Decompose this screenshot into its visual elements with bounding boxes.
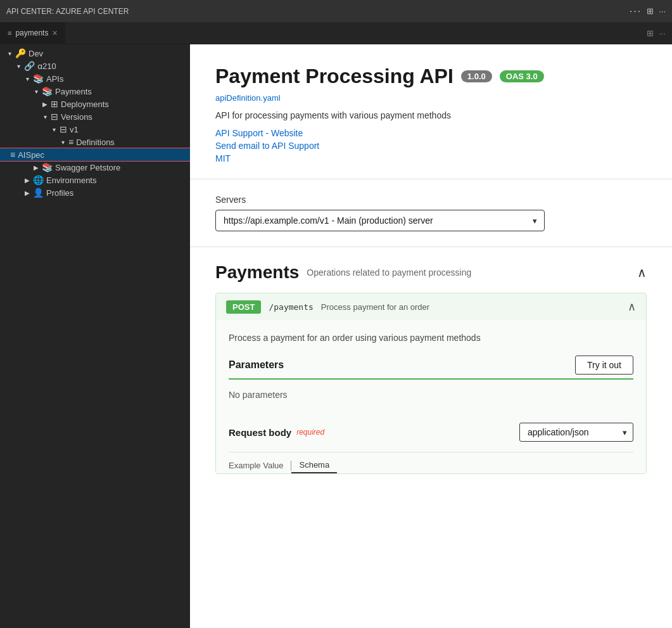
- sidebar-item-profiles[interactable]: ▶👤Profiles: [0, 186, 190, 199]
- chevron-icon: ▾: [49, 126, 58, 133]
- api-title-row: Payment Processing API 1.0.0 OAS 3.0: [215, 65, 647, 88]
- api-description: API for processing payments with various…: [215, 110, 647, 120]
- title-bar: API CENTER: AZURE API CENTER ··· ⊞ ···: [0, 0, 672, 22]
- sidebar-item-versions[interactable]: ▾⊟Versions: [0, 110, 190, 123]
- api-support-email-link[interactable]: Send email to API Support: [215, 141, 647, 151]
- api-support-website-link[interactable]: API Support - Website: [215, 128, 647, 138]
- tree-item-icon: 📚: [42, 86, 53, 96]
- tree-item-label: Environments: [46, 176, 96, 185]
- tree-item-label: AISpec: [18, 150, 44, 160]
- content-area: Payment Processing API 1.0.0 OAS 3.0 api…: [190, 44, 672, 628]
- example-value-tab[interactable]: Example Value: [229, 458, 291, 473]
- no-parameters-text: No parameters: [229, 390, 633, 400]
- more-options-icon[interactable]: ···: [659, 6, 666, 16]
- tab-payments[interactable]: ≡ payments ×: [0, 22, 66, 44]
- sidebar-item-dev[interactable]: ▾🔑Dev: [0, 47, 190, 60]
- tree-item-icon: 🌐: [33, 175, 44, 185]
- parameters-label: Parameters: [229, 359, 284, 371]
- schema-tab[interactable]: Schema: [291, 458, 337, 473]
- title-bar-left: API CENTER: AZURE API CENTER: [6, 7, 129, 16]
- tab-icon: ≡: [8, 29, 11, 37]
- license-link[interactable]: MIT: [215, 153, 231, 163]
- chevron-icon: ▶: [32, 164, 41, 171]
- content-type-select-wrapper: application/json: [519, 423, 633, 442]
- post-short-description: Process payment for an order: [321, 302, 429, 312]
- tree-item-label: Payments: [55, 87, 92, 96]
- tree-item-icon: ⊟: [51, 112, 58, 122]
- sidebar-item-apis[interactable]: ▾📚APIs: [0, 72, 190, 85]
- payments-collapse-button[interactable]: ∧: [637, 265, 647, 280]
- server-select[interactable]: https://api.example.com/v1 - Main (produ…: [215, 210, 545, 231]
- server-select-wrapper: https://api.example.com/v1 - Main (produ…: [215, 210, 545, 231]
- servers-section: Servers https://api.example.com/v1 - Mai…: [190, 179, 672, 247]
- post-long-description: Process a payment for an order using var…: [229, 333, 633, 343]
- split-editor-icon[interactable]: ⊞: [647, 29, 654, 38]
- sidebar-item-environments[interactable]: ▶🌐Environments: [0, 174, 190, 186]
- version-badge: 1.0.0: [461, 70, 492, 82]
- try-it-out-button[interactable]: Try it out: [575, 356, 633, 375]
- content-type-select[interactable]: application/json: [519, 423, 633, 442]
- chevron-icon: ▾: [32, 88, 41, 95]
- parameters-row: Parameters Try it out: [229, 356, 633, 380]
- tree-item-label: Dev: [29, 49, 43, 58]
- tree-item-label: Profiles: [46, 188, 73, 198]
- tree-item-label: ɑ210: [37, 61, 56, 71]
- post-badge: POST: [226, 300, 261, 314]
- tab-close-button[interactable]: ×: [52, 28, 57, 38]
- chevron-icon: ▾: [5, 50, 14, 57]
- request-body-label: Request body: [229, 427, 291, 438]
- tree-item-icon: ⊞: [51, 99, 58, 109]
- post-path: /payments: [269, 302, 313, 312]
- payments-header: Payments Operations related to payment p…: [215, 262, 647, 283]
- title-bar-icons: ⊞ ···: [647, 6, 666, 16]
- tree-item-icon: 📚: [42, 162, 53, 172]
- sidebar-item-deployments[interactable]: ▶⊞Deployments: [0, 98, 190, 110]
- sidebar-item-payments[interactable]: ▾📚Payments: [0, 85, 190, 98]
- sidebar-item-definitions[interactable]: ▾≡Definitions: [0, 136, 190, 148]
- chevron-icon: ▶: [23, 189, 32, 196]
- app-title: API CENTER: AZURE API CENTER: [6, 7, 129, 16]
- payments-subtitle: Operations related to payment processing: [307, 267, 471, 278]
- api-header: Payment Processing API 1.0.0 OAS 3.0 api…: [190, 44, 672, 179]
- tree-item-label: v1: [70, 125, 79, 134]
- payments-heading: Payments: [215, 262, 299, 283]
- api-title: Payment Processing API: [215, 65, 453, 88]
- chevron-icon: ▶: [41, 101, 49, 108]
- request-body-row: Request body required application/json: [229, 413, 633, 452]
- post-header[interactable]: POST /payments Process payment for an or…: [216, 293, 646, 320]
- chevron-icon: ▶: [23, 177, 32, 184]
- tree-item-icon: 👤: [33, 188, 44, 198]
- tree-item-icon: 🔗: [24, 61, 35, 71]
- more-tab-options-icon[interactable]: ···: [659, 29, 666, 38]
- servers-label: Servers: [215, 195, 647, 205]
- sidebar-item-swagger-petstore[interactable]: ▶📚Swagger Petstore: [0, 161, 190, 174]
- payments-section: Payments Operations related to payment p…: [190, 247, 672, 489]
- tree-item-icon: 📚: [33, 74, 44, 84]
- sidebar-item-i210[interactable]: ▾🔗ɑ210: [0, 60, 190, 72]
- post-collapse-icon[interactable]: ∧: [628, 300, 636, 314]
- post-body: Process a payment for an order using var…: [216, 320, 646, 473]
- tree-item-icon: 🔑: [15, 48, 26, 58]
- tab-bar: ≡ payments × ⊞ ···: [0, 22, 672, 44]
- tree-item-icon: ⊟: [60, 124, 67, 134]
- sidebar-item-v1[interactable]: ▾⊟v1: [0, 123, 190, 136]
- layout-icon[interactable]: ⊞: [647, 6, 654, 16]
- chevron-icon: ▾: [23, 75, 32, 82]
- sidebar-item-aispec[interactable]: ≡AISpec: [0, 148, 190, 161]
- tree-item-label: Swagger Petstore: [55, 163, 120, 172]
- chevron-icon: ▾: [41, 113, 49, 120]
- main-layout: ▾🔑Dev▾🔗ɑ210▾📚APIs▾📚Payments▶⊞Deployments…: [0, 44, 672, 628]
- tab-label: payments: [15, 29, 48, 37]
- post-left: POST /payments Process payment for an or…: [226, 300, 429, 314]
- yaml-link[interactable]: apiDefinition.yaml: [215, 93, 647, 103]
- tree-item-label: Definitions: [76, 138, 115, 147]
- required-badge: required: [296, 428, 324, 437]
- request-body-left: Request body required: [229, 427, 324, 438]
- post-block: POST /payments Process payment for an or…: [215, 293, 647, 474]
- sidebar: ▾🔑Dev▾🔗ɑ210▾📚APIs▾📚Payments▶⊞Deployments…: [0, 44, 190, 628]
- tree-item-icon: ≡: [10, 150, 15, 160]
- title-bar-dots[interactable]: ···: [630, 6, 642, 17]
- chevron-icon: ▾: [58, 139, 67, 146]
- oas-badge: OAS 3.0: [500, 70, 544, 82]
- example-schema-row: Example Value Schema: [229, 452, 633, 473]
